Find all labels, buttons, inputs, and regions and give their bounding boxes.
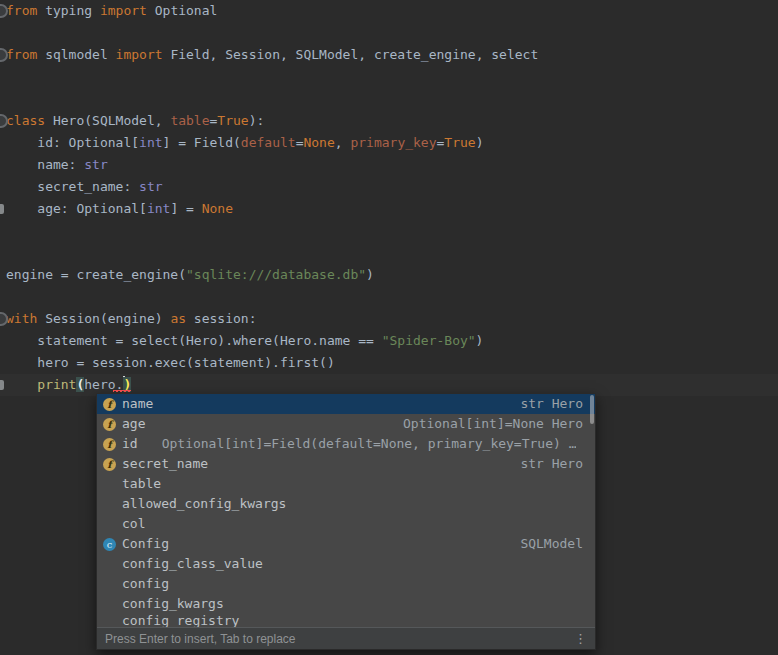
gutter-icon[interactable] — [0, 204, 4, 214]
completion-item[interactable]: table — [97, 474, 595, 494]
code-line[interactable] — [0, 66, 778, 88]
code-token: str — [84, 157, 107, 172]
popup-footer-hint: Press Enter to insert, Tab to replace — [105, 632, 296, 646]
code-token: ) — [476, 135, 484, 150]
completion-popup: fnamestr HerofageOptional[int]=None Hero… — [96, 393, 596, 650]
completion-item[interactable]: fnamestr Hero — [97, 394, 595, 414]
code-editor[interactable]: from typing import Optionalfrom sqlmodel… — [0, 0, 778, 396]
code-line[interactable]: from typing import Optional — [0, 0, 778, 22]
code-token: int — [139, 135, 162, 150]
code-token: Optional — [147, 3, 217, 18]
completion-item[interactable]: config_kwargs — [97, 594, 595, 614]
gutter-icon[interactable] — [0, 380, 4, 390]
completion-item-label: table — [122, 474, 161, 494]
completion-list: fnamestr HerofageOptional[int]=None Hero… — [97, 394, 595, 627]
code-token: statement = select(Hero).where(Hero.name… — [6, 333, 382, 348]
popup-scrollbar[interactable] — [590, 395, 594, 424]
code-token: True — [444, 135, 475, 150]
completion-item-label: config_registry — [122, 614, 239, 627]
code-token: engine = create_engine( — [6, 267, 186, 282]
code-line[interactable] — [0, 22, 778, 44]
code-token: Session(engine) — [37, 311, 170, 326]
code-token: session: — [186, 311, 256, 326]
code-token: with — [6, 311, 37, 326]
code-token: sqlmodel — [37, 47, 115, 62]
completion-item[interactable]: config_registry — [97, 614, 595, 627]
code-token: True — [217, 113, 248, 128]
code-line[interactable]: statement = select(Hero).where(Hero.name… — [0, 330, 778, 352]
code-token: , — [335, 135, 351, 150]
code-token: ): — [249, 113, 265, 128]
code-token: default — [241, 135, 296, 150]
code-token: class — [6, 113, 45, 128]
code-line[interactable] — [0, 242, 778, 264]
completion-item[interactable]: config_class_value — [97, 554, 595, 574]
code-line[interactable]: engine = create_engine("sqlite:///databa… — [0, 264, 778, 286]
code-token: id: Optional[ — [6, 135, 139, 150]
completion-item[interactable]: fsecret_namestr Hero — [97, 454, 595, 474]
code-token: print — [37, 377, 76, 392]
completion-item-label: name — [122, 394, 153, 414]
completion-item[interactable]: allowed_config_kwargs — [97, 494, 595, 514]
code-line[interactable] — [0, 88, 778, 110]
code-line[interactable]: class Hero(SQLModel, table=True): — [0, 110, 778, 132]
code-token — [6, 377, 37, 392]
completion-item-type-hint: str Hero — [520, 394, 583, 414]
completion-item-type-hint: SQLModel — [520, 534, 583, 554]
code-token: Field, Session, SQLModel, create_engine,… — [163, 47, 539, 62]
field-icon: f — [103, 458, 116, 471]
code-token: None — [303, 135, 334, 150]
completion-item-type-hint: Optional[int]=None Hero — [403, 414, 583, 434]
completion-item-label: Config — [122, 534, 169, 554]
completion-item[interactable]: fidOptional[int]=Field(default=None, pri… — [97, 434, 595, 454]
code-line[interactable]: hero = session.exec(statement).first() — [0, 352, 778, 374]
completion-item-label: id — [122, 434, 138, 454]
completion-item-label: col — [122, 514, 145, 534]
code-line[interactable]: with Session(engine) as session: — [0, 308, 778, 330]
code-token: int — [147, 201, 170, 216]
completion-item-type-hint: str Hero — [520, 454, 583, 474]
popup-menu-icon[interactable]: ⋮ — [574, 631, 587, 646]
popup-footer: Press Enter to insert, Tab to replace ⋮ — [97, 627, 595, 649]
code-token: secret_name: — [6, 179, 139, 194]
code-token: typing — [37, 3, 100, 18]
code-line[interactable]: age: Optional[int] = None — [0, 198, 778, 220]
code-token: ] = — [170, 201, 201, 216]
code-token: None — [202, 201, 233, 216]
code-line[interactable]: from sqlmodel import Field, Session, SQL… — [0, 44, 778, 66]
completion-item[interactable]: fageOptional[int]=None Hero — [97, 414, 595, 434]
class-icon: c — [103, 538, 116, 551]
code-line[interactable]: id: Optional[int] = Field(default=None, … — [0, 132, 778, 154]
code-token: import — [100, 3, 147, 18]
completion-item-label: config_kwargs — [122, 594, 224, 614]
completion-item[interactable]: col — [97, 514, 595, 534]
field-icon: f — [103, 398, 116, 411]
code-token: from — [6, 3, 37, 18]
code-token: hero = session.exec(statement).first() — [6, 355, 335, 370]
code-token: import — [116, 47, 163, 62]
completion-item-label: secret_name — [122, 454, 208, 474]
field-icon: f — [103, 418, 116, 431]
code-token: primary_key — [350, 135, 436, 150]
completion-item-label: config_class_value — [122, 554, 263, 574]
ide-screen: from typing import Optionalfrom sqlmodel… — [0, 0, 778, 655]
code-line[interactable]: name: str — [0, 154, 778, 176]
completion-item[interactable]: config — [97, 574, 595, 594]
completion-item-label: age — [122, 414, 145, 434]
code-line[interactable] — [0, 286, 778, 308]
code-token: ] = Field( — [163, 135, 241, 150]
code-line[interactable]: secret_name: str — [0, 176, 778, 198]
code-token: str — [139, 179, 162, 194]
code-token: table — [170, 113, 209, 128]
code-token: "Spider-Boy" — [382, 333, 476, 348]
code-line[interactable] — [0, 220, 778, 242]
code-token: ) — [366, 267, 374, 282]
completion-item-label: allowed_config_kwargs — [122, 494, 286, 514]
code-token: age: Optional[ — [6, 201, 147, 216]
completion-item[interactable]: cConfigSQLModel — [97, 534, 595, 554]
code-token: as — [170, 311, 186, 326]
completion-item-label: config — [122, 574, 169, 594]
completion-item-signature: Optional[int]=Field(default=None, primar… — [162, 434, 577, 454]
code-token: ) — [476, 333, 484, 348]
code-token: name: — [6, 157, 84, 172]
